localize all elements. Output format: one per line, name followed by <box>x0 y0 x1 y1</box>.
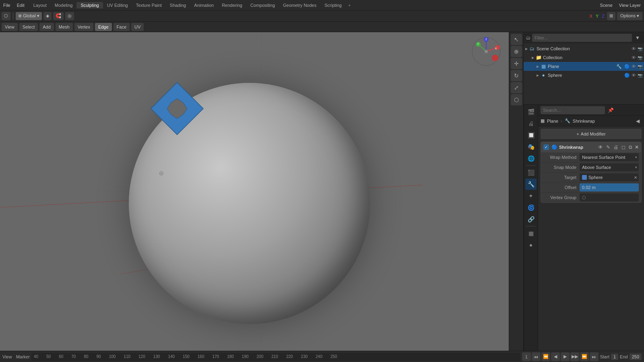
prev-keyframe-btn[interactable]: ⏪ <box>541 352 550 361</box>
outliner-search[interactable] <box>532 34 632 42</box>
properties-area: 🎬 🖨 🔲 🎭 🌐 ⬛ 🔧 ✦ 🌀 🔗 ▦ ● 📌 <box>524 105 644 351</box>
proportional-btn[interactable]: ◎ <box>65 12 74 20</box>
props-object-icon[interactable]: ⬛ <box>525 167 537 178</box>
edit-select-btn[interactable]: Select <box>19 23 38 31</box>
modifier-camera-btn[interactable]: 👁 <box>597 144 604 150</box>
workspace-uv[interactable]: UV Editing <box>103 2 132 8</box>
end-label: End <box>620 354 628 359</box>
menu-viewlayer[interactable]: View Layer <box>616 2 644 8</box>
menu-file[interactable]: File <box>0 2 14 8</box>
workspace-rendering[interactable]: Rendering <box>218 2 246 8</box>
props-output-icon[interactable]: 🖨 <box>525 118 537 129</box>
end-frame[interactable]: 250 <box>630 354 642 360</box>
start-frame[interactable]: 1 <box>611 354 618 360</box>
add-workspace-button[interactable]: + <box>346 2 353 8</box>
workspace-animation[interactable]: Animation <box>190 2 218 8</box>
props-render-icon[interactable]: 🎬 <box>525 106 537 117</box>
edit-edge-btn[interactable]: Edge <box>95 23 112 31</box>
snap-mode-value[interactable]: Above Surface ▾ <box>580 163 639 171</box>
wrap-method-value[interactable]: Nearest Surface Point ▾ <box>580 153 639 161</box>
tool-transform[interactable]: ⬡ <box>511 94 522 105</box>
separator <box>526 226 536 226</box>
menu-edit[interactable]: Edit <box>14 2 28 8</box>
tool-scale[interactable]: ⤢ <box>511 82 522 93</box>
props-constraints-icon[interactable]: 🔗 <box>525 214 537 225</box>
visibility-icon[interactable]: 👁 <box>632 55 636 60</box>
add-icon: + <box>576 132 579 136</box>
edit-view-btn[interactable]: View <box>2 23 18 31</box>
workspace-modeling[interactable]: Modeling <box>51 2 77 8</box>
props-data-icon[interactable]: ▦ <box>525 228 537 239</box>
tree-item-collection[interactable]: ▶ 📁 Collection 👁 📷 <box>524 53 644 62</box>
tree-item-plane[interactable]: ▶ ▦ Plane 🔧 🔵 👁 📷 <box>524 62 644 71</box>
visibility-icon[interactable]: 👁 <box>632 73 636 78</box>
workspace-scripting[interactable]: Scripting <box>320 2 346 8</box>
render-icon[interactable]: 📷 <box>638 73 642 78</box>
render-icon[interactable]: 📷 <box>638 56 642 60</box>
workspace-geometry[interactable]: Geometry Nodes <box>279 2 320 8</box>
props-collapse-btn[interactable]: ◀ <box>634 117 642 125</box>
modifier-edit-btn[interactable]: ✎ <box>605 144 611 150</box>
edit-uv-btn[interactable]: UV <box>131 23 144 31</box>
next-keyframe-btn[interactable]: ⏩ <box>580 352 589 361</box>
modifier-copy-btn[interactable]: ⧉ <box>628 144 633 150</box>
tool-cursor[interactable]: ⊕ <box>511 46 522 57</box>
visibility-icon[interactable]: 👁 <box>632 64 636 69</box>
props-particles-icon[interactable]: ✦ <box>525 190 537 202</box>
modifier-realtime-btn[interactable]: ◻ <box>621 144 626 150</box>
modifier-enable-toggle[interactable]: ✓ <box>543 144 549 150</box>
edit-mesh-btn[interactable]: Mesh <box>56 23 73 31</box>
menu-scene[interactable]: Scene <box>597 2 616 8</box>
workspace-shading[interactable]: Shading <box>166 2 190 8</box>
pivot-btn[interactable]: ◈ <box>43 12 52 20</box>
edit-face-btn[interactable]: Face <box>114 23 130 31</box>
outliner-filter-btn[interactable]: ▼ <box>634 34 642 42</box>
tool-rotate[interactable]: ↻ <box>511 70 522 81</box>
tree-item-sphere[interactable]: ▶ ● Sphere 🔵 👁 📷 <box>524 71 644 80</box>
offset-value[interactable]: 0.02 m <box>580 183 639 191</box>
props-view-layer-icon[interactable]: 🔲 <box>525 130 537 141</box>
target-clear-btn[interactable]: ✕ <box>634 175 637 180</box>
workspace-layout[interactable]: Layout <box>29 2 51 8</box>
add-modifier-button[interactable]: + Add Modifier <box>541 129 642 139</box>
collection-icon: 🗂 <box>529 46 535 51</box>
properties-search[interactable] <box>541 106 605 114</box>
transform-space-btn[interactable]: ⊞ <box>607 12 615 20</box>
props-physics-icon[interactable]: 🌀 <box>525 202 537 213</box>
jump-end-btn[interactable]: ⏭ <box>590 352 599 361</box>
edit-add-btn[interactable]: Add <box>39 23 54 31</box>
play-btn[interactable]: ▶ <box>561 352 570 361</box>
workspace-compositing[interactable]: Compositing <box>246 2 279 8</box>
viewport-gizmo[interactable]: X Y Z <box>470 35 502 68</box>
offset-row: Offset 0.02 m <box>541 183 641 193</box>
modifier-render-btn[interactable]: 🖨 <box>613 144 619 150</box>
props-material-icon[interactable]: ● <box>525 239 537 251</box>
render-icon[interactable]: 📷 <box>638 47 642 51</box>
snap-btn[interactable]: 🧲 <box>53 12 64 20</box>
next-frame-btn[interactable]: ▶▶ <box>570 352 579 361</box>
props-world-icon[interactable]: 🌐 <box>525 153 537 164</box>
props-scene-icon[interactable]: 🎭 <box>525 141 537 152</box>
props-modifiers-icon active[interactable]: 🔧 <box>525 179 537 190</box>
editor-type-btn[interactable]: ⬡ <box>2 12 10 20</box>
timeline-ruler[interactable]: 4050 6070 8090 100110 120130 140150 1601… <box>31 353 520 361</box>
workspace-tabs: Layout Modeling Sculpting UV Editing Tex… <box>29 2 353 8</box>
edit-vertex-btn[interactable]: Vertex <box>74 23 93 31</box>
sphere-modifier-icon: 🔵 <box>624 73 630 78</box>
viewport-3d[interactable]: ⊕ X Y Z <box>0 32 523 351</box>
modifier-delete-btn[interactable]: ✕ <box>635 144 639 150</box>
render-icon[interactable]: 📷 <box>638 64 642 69</box>
prev-frame-btn[interactable]: ◀ <box>551 352 560 361</box>
workspace-sculpting[interactable]: Sculpting <box>76 2 103 8</box>
tree-item-scene-collection[interactable]: ▶ 🗂 Scene Collection 👁 📷 <box>524 44 644 53</box>
visibility-icon[interactable]: 👁 <box>632 46 636 51</box>
global-transform-btn[interactable]: ⊕ Global ▾ <box>16 12 42 20</box>
tool-select[interactable]: ↖ <box>511 34 522 45</box>
target-value[interactable]: Sphere ✕ <box>580 173 639 181</box>
tool-move[interactable]: ✛ <box>511 58 522 69</box>
jump-start-btn[interactable]: ⏮ <box>532 352 541 361</box>
vertex-group-value[interactable]: ⬡ <box>580 193 639 202</box>
workspace-texture[interactable]: Texture Paint <box>132 2 166 8</box>
props-pin-btn[interactable]: 📌 <box>607 106 615 114</box>
options-btn[interactable]: Options ▾ <box>617 12 642 20</box>
